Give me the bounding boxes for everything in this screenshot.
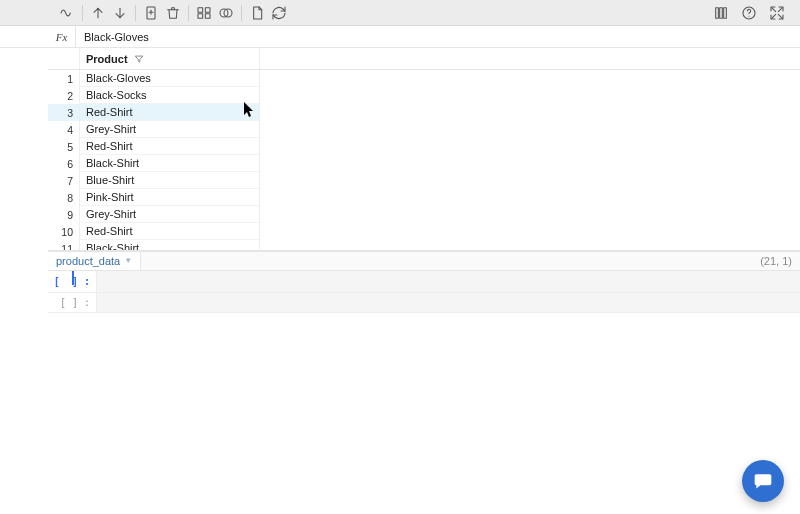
columns3-icon[interactable] <box>710 2 732 24</box>
trash-icon[interactable] <box>162 2 184 24</box>
fx-label: Fx <box>48 26 76 47</box>
svg-rect-8 <box>720 7 723 18</box>
arrow-up-icon[interactable] <box>87 2 109 24</box>
venn-icon[interactable] <box>215 2 237 24</box>
svg-rect-7 <box>716 7 719 18</box>
row-number[interactable]: 3 <box>48 104 80 121</box>
code-cell-active[interactable]: [ ] : <box>48 271 800 293</box>
code-panels: [ ] : [ ] : <box>48 271 800 313</box>
svg-rect-9 <box>724 7 727 18</box>
cell-product[interactable]: Red-Shirt <box>80 138 260 155</box>
table-row[interactable]: 5Red-Shirt <box>48 138 800 155</box>
table-row[interactable]: 2Black-Socks <box>48 87 800 104</box>
row-number[interactable]: 5 <box>48 138 80 155</box>
cell-product[interactable]: Black-Socks <box>80 87 260 104</box>
toolbar <box>0 0 800 26</box>
grid-header: Product <box>48 48 800 70</box>
column-header-label: Product <box>86 53 128 65</box>
chat-help-button[interactable] <box>742 460 784 502</box>
column-header-product[interactable]: Product <box>80 48 260 69</box>
new-doc-icon[interactable] <box>140 2 162 24</box>
row-number[interactable]: 1 <box>48 70 80 87</box>
row-number[interactable]: 8 <box>48 189 80 206</box>
table-row[interactable]: 8Pink-Shirt <box>48 189 800 206</box>
cell-product[interactable]: Red-Shirt <box>80 223 260 240</box>
cell-product[interactable]: Grey-Shirt <box>80 121 260 138</box>
grid-columns-icon[interactable] <box>193 2 215 24</box>
table-row[interactable]: 4Grey-Shirt <box>48 121 800 138</box>
table-row[interactable]: 11Black-Shirt <box>48 240 800 251</box>
row-number[interactable]: 9 <box>48 206 80 223</box>
table-row[interactable]: 6Black-Shirt <box>48 155 800 172</box>
formula-bar: Fx Black-Gloves <box>0 26 800 48</box>
help-icon[interactable] <box>738 2 760 24</box>
chevron-down-icon[interactable]: ▼ <box>124 256 132 265</box>
sheet-tab-label: product_data <box>56 255 120 267</box>
row-number[interactable]: 10 <box>48 223 80 240</box>
cell-product[interactable]: Black-Gloves <box>80 70 260 87</box>
table-row[interactable]: 3Red-Shirt <box>48 104 800 121</box>
row-number[interactable]: 11 <box>48 240 80 251</box>
table-row[interactable]: 10Red-Shirt <box>48 223 800 240</box>
fx-value[interactable]: Black-Gloves <box>76 31 157 43</box>
sheet-tabs-bar: product_data ▼ (21, 1) <box>48 251 800 271</box>
cell-product[interactable]: Grey-Shirt <box>80 206 260 223</box>
arrow-down-icon[interactable] <box>109 2 131 24</box>
sheet-tab-product-data[interactable]: product_data ▼ <box>48 252 141 270</box>
svg-rect-3 <box>198 13 203 18</box>
filter-icon[interactable] <box>134 54 144 64</box>
svg-rect-1 <box>198 7 203 12</box>
expand-icon[interactable] <box>766 2 788 24</box>
svg-point-11 <box>748 15 749 16</box>
refresh-icon[interactable] <box>268 2 290 24</box>
cell-product[interactable]: Blue-Shirt <box>80 172 260 189</box>
page-icon[interactable] <box>246 2 268 24</box>
row-number[interactable]: 7 <box>48 172 80 189</box>
svg-rect-2 <box>205 7 210 12</box>
cell-product[interactable]: Pink-Shirt <box>80 189 260 206</box>
data-grid[interactable]: Product 1Black-Gloves2Black-Socks3Red-Sh… <box>48 48 800 251</box>
svg-rect-4 <box>205 13 210 18</box>
code-cell-idle[interactable]: [ ] : <box>48 293 800 313</box>
cell-product[interactable]: Red-Shirt <box>80 104 260 121</box>
row-number[interactable]: 4 <box>48 121 80 138</box>
row-number[interactable]: 2 <box>48 87 80 104</box>
table-row[interactable]: 1Black-Gloves <box>48 70 800 87</box>
cell-product[interactable]: Black-Shirt <box>80 155 260 172</box>
table-row[interactable]: 9Grey-Shirt <box>48 206 800 223</box>
wave-icon[interactable] <box>56 2 78 24</box>
table-row[interactable]: 7Blue-Shirt <box>48 172 800 189</box>
row-number[interactable]: 6 <box>48 155 80 172</box>
cell-product[interactable]: Black-Shirt <box>80 240 260 251</box>
dimensions-label: (21, 1) <box>752 252 800 270</box>
